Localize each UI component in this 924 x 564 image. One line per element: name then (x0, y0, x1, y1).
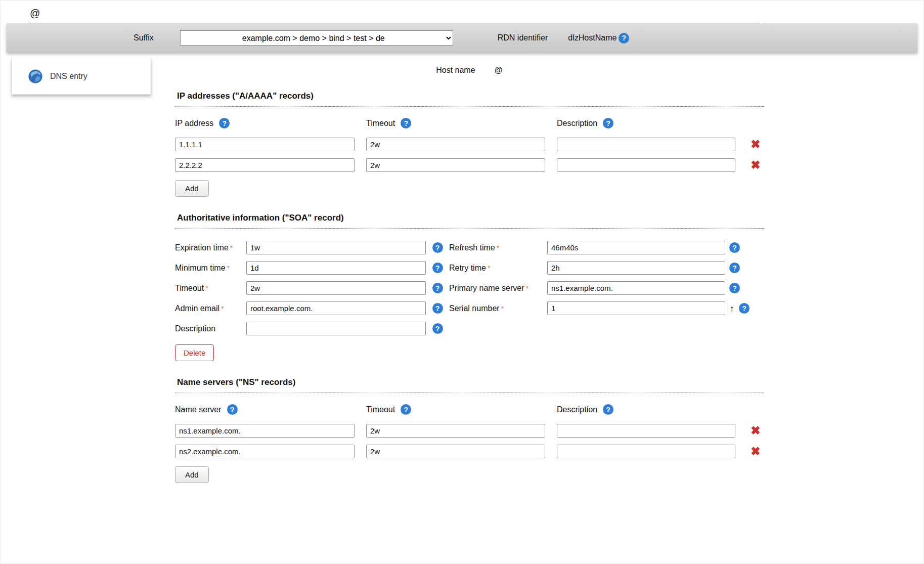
ns-timeout-header-label: Timeout (366, 405, 395, 414)
ns-description-header-label: Description (557, 405, 597, 414)
primary-name-server-input[interactable] (547, 281, 725, 295)
ip-timeout-column-header: Timeout ? (366, 118, 545, 131)
minimum-time-input[interactable] (246, 261, 426, 275)
ip-add-button[interactable]: Add (175, 180, 209, 197)
ns-records-grid: Name server ? Timeout ? Description ? ✖ (175, 404, 764, 458)
ip-row-delete-icon-1[interactable]: ✖ (747, 159, 764, 171)
page-title: @ (30, 8, 40, 19)
ns-description-input-1[interactable] (557, 445, 735, 458)
ip-records-grid: IP address ? Timeout ? Description ? ✖ (175, 118, 764, 172)
ip-timeout-help-icon[interactable]: ? (401, 118, 411, 128)
suffix-label: Suffix (134, 33, 154, 42)
required-mark: * (501, 304, 504, 313)
ip-description-input-1[interactable] (557, 158, 735, 172)
expiration-time-label: Expiration time* (175, 243, 246, 252)
soa-description-help-icon[interactable]: ? (432, 323, 443, 334)
retry-time-input[interactable] (547, 261, 725, 275)
ns-server-column-header: Name server ? (175, 404, 355, 417)
ns-server-help-icon[interactable]: ? (227, 404, 238, 415)
refresh-time-input[interactable] (547, 241, 725, 254)
admin-email-label: Admin email* (175, 304, 246, 313)
ns-server-input-1[interactable] (175, 445, 355, 458)
ip-row-delete-icon-0[interactable]: ✖ (747, 139, 764, 150)
main-form: Host name @ IP addresses ("A/AAAA" recor… (175, 53, 764, 483)
required-mark: * (525, 284, 529, 292)
rdn-identifier-value: dlzHostName (568, 33, 617, 42)
ns-timeout-input-1[interactable] (366, 445, 545, 458)
refresh-time-label: Refresh time* (449, 243, 547, 252)
soa-description-input[interactable] (246, 322, 426, 335)
minimum-time-help-icon[interactable]: ? (432, 263, 443, 273)
soa-delete-button[interactable]: Delete (175, 344, 214, 361)
serial-number-help-icon[interactable]: ? (739, 303, 750, 314)
admin-email-help-icon[interactable]: ? (432, 303, 443, 314)
required-mark: * (227, 264, 230, 272)
soa-grid: Expiration time* ? Refresh time* ? Minim… (175, 241, 764, 335)
sidebar-item-label: DNS entry (50, 72, 87, 81)
ns-add-button[interactable]: Add (175, 466, 209, 483)
serial-number-label: Serial number* (449, 304, 547, 313)
suffix-select[interactable]: example.com > demo > bind > test > de (180, 30, 453, 46)
page: @ Suffix example.com > demo > bind > tes… (0, 0, 924, 564)
ns-timeout-input-0[interactable] (366, 424, 545, 438)
rdn-identifier-label: RDN identifier (498, 33, 548, 42)
required-mark: * (221, 304, 224, 313)
admin-email-input[interactable] (246, 301, 426, 315)
ip-description-input-0[interactable] (557, 138, 735, 151)
ns-timeout-help-icon[interactable]: ? (401, 404, 411, 415)
ip-address-header-label: IP address (175, 119, 213, 128)
soa-timeout-help-icon[interactable]: ? (432, 283, 443, 293)
required-mark: * (488, 264, 491, 272)
ip-description-help-icon[interactable]: ? (603, 118, 613, 128)
ns-description-input-0[interactable] (557, 424, 735, 438)
ns-server-input-0[interactable] (175, 424, 355, 438)
ip-address-input-0[interactable] (175, 138, 355, 151)
ns-description-help-icon[interactable]: ? (603, 404, 613, 415)
ip-section-title: IP addresses ("A/AAAA" records) (175, 91, 764, 107)
ip-timeout-input-1[interactable] (366, 158, 545, 172)
rdn-help-icon[interactable]: ? (619, 33, 629, 44)
ns-row-delete-icon-1[interactable]: ✖ (747, 446, 764, 457)
soa-timeout-label: Timeout* (175, 284, 246, 293)
ip-address-input-1[interactable] (175, 158, 355, 172)
minimum-time-label: Minimum time* (175, 264, 246, 273)
ip-address-column-header: IP address ? (175, 118, 355, 131)
retry-time-label: Retry time* (449, 264, 547, 273)
sidebar: DNS entry (1, 53, 151, 483)
primary-name-server-help-icon[interactable]: ? (729, 283, 740, 293)
expiration-time-help-icon[interactable]: ? (432, 242, 443, 253)
host-name-value: @ (495, 66, 503, 75)
soa-timeout-input[interactable] (246, 281, 426, 295)
ns-timeout-column-header: Timeout ? (366, 404, 545, 417)
required-mark: * (205, 284, 208, 292)
ns-row-delete-icon-0[interactable]: ✖ (747, 425, 764, 437)
retry-time-help-icon[interactable]: ? (729, 263, 740, 273)
ns-description-column-header: Description ? (557, 404, 735, 417)
ip-description-column-header: Description ? (557, 118, 735, 131)
sidebar-item-dns-entry[interactable]: DNS entry (12, 58, 151, 95)
ip-description-header-label: Description (557, 119, 597, 128)
ip-address-help-icon[interactable]: ? (219, 118, 230, 128)
soa-section-title: Authoritative information ("SOA" record) (175, 213, 764, 229)
ip-timeout-header-label: Timeout (366, 119, 395, 128)
soa-description-label: Description (175, 324, 246, 333)
content: DNS entry Host name @ IP addresses ("A/A… (1, 53, 923, 483)
serial-number-input[interactable] (547, 301, 725, 315)
ip-timeout-input-0[interactable] (366, 138, 545, 151)
page-header: @ (1, 1, 923, 19)
primary-name-server-label: Primary name server* (449, 284, 547, 293)
serial-increment-icon[interactable]: ↑ (729, 303, 734, 314)
expiration-time-input[interactable] (246, 241, 426, 254)
ns-section-title: Name servers ("NS" records) (175, 377, 764, 393)
refresh-time-help-icon[interactable]: ? (729, 242, 740, 253)
host-name-row: Host name @ (175, 66, 764, 75)
required-mark: * (230, 243, 233, 252)
required-mark: * (497, 243, 500, 252)
globe-icon (28, 69, 43, 84)
ns-server-header-label: Name server (175, 405, 222, 414)
toolbar: Suffix example.com > demo > bind > test … (7, 23, 917, 53)
host-name-label: Host name (436, 66, 475, 75)
